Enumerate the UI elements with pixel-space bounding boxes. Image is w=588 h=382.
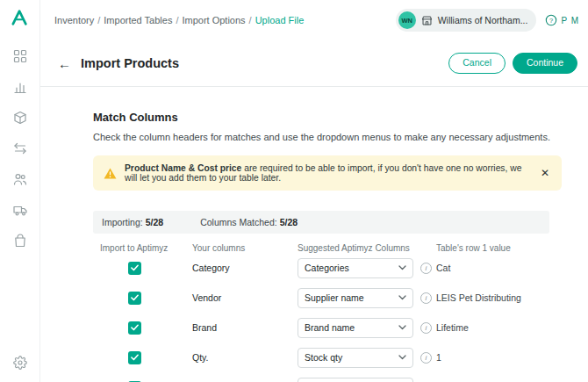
suggested-select-value: Brand name — [305, 322, 355, 333]
table-row: Qty. Stock qty i 1 — [93, 342, 549, 372]
importing-stat: Importing:5/28 — [102, 217, 163, 227]
user-initials: P M — [561, 16, 579, 25]
user-menu[interactable]: ? P M — [545, 14, 579, 26]
row1-value: 1 — [436, 352, 549, 363]
chevron-down-icon — [398, 265, 406, 270]
warning-text: Product Name & Cost price are required t… — [125, 163, 531, 183]
products-package-icon[interactable] — [13, 111, 27, 125]
warning-triangle-icon — [104, 168, 117, 179]
info-icon[interactable]: i — [420, 352, 432, 364]
breadcrumb-item[interactable]: Inventory — [54, 15, 94, 25]
deliveries-truck-icon[interactable] — [13, 203, 27, 217]
warning-banner: Product Name & Cost price are required t… — [93, 155, 562, 191]
customers-users-icon[interactable] — [13, 172, 27, 186]
col-header-suggested: Suggested Aptimyz Columns — [298, 243, 420, 253]
import-checkbox[interactable] — [128, 292, 141, 305]
close-icon[interactable]: ✕ — [539, 167, 551, 179]
your-column-label: Vendor — [192, 292, 298, 303]
page-header: ← Import Products Cancel Continue — [40, 40, 588, 86]
suggested-column-select[interactable]: Stock qty — [298, 348, 413, 368]
chevron-down-icon — [398, 295, 406, 300]
breadcrumb: Inventory/Imported Tables/Import Options… — [54, 15, 304, 25]
breadcrumb-separator: / — [97, 15, 100, 25]
row1-value: LEIS Pet Distributing — [436, 292, 549, 303]
import-checkbox[interactable] — [128, 321, 141, 335]
your-column-label: Brand — [192, 322, 298, 333]
reports-chart-icon[interactable] — [13, 80, 27, 94]
col-header-your-columns: Your columns — [192, 243, 298, 253]
table-row: Category Categories i Cat — [93, 253, 549, 283]
suggested-column-select[interactable]: Supplier name — [298, 288, 413, 308]
chevron-down-icon — [398, 325, 406, 330]
your-column-label: Category — [192, 263, 298, 273]
col-header-row1-value: Table's row 1 value — [436, 243, 549, 253]
your-column-label: Qty. — [192, 352, 298, 363]
store-switcher[interactable]: WN Williams of Northam... — [396, 9, 537, 32]
info-icon[interactable]: i — [420, 263, 432, 274]
suggested-column-select[interactable]: Retail price — [298, 378, 413, 382]
table-row: Price Retail price i £6.99 — [93, 372, 549, 382]
breadcrumb-separator: / — [249, 15, 252, 25]
section-title: Match Columns — [93, 111, 562, 124]
breadcrumb-separator: / — [176, 15, 178, 25]
section-description: Check the column headers for matches and… — [93, 132, 562, 142]
transfers-arrows-icon[interactable] — [13, 141, 27, 155]
import-checkbox[interactable] — [128, 351, 141, 364]
topbar: Inventory/Imported Tables/Import Options… — [40, 0, 588, 40]
info-icon[interactable]: i — [420, 292, 432, 304]
continue-button[interactable]: Continue — [513, 53, 577, 74]
store-name: Williams of Northam... — [438, 15, 528, 25]
column-headers: Import to Aptimyz Your columns Suggested… — [93, 243, 549, 253]
back-arrow-icon[interactable]: ← — [58, 57, 71, 70]
page-title: Import Products — [81, 56, 179, 70]
sidebar — [0, 0, 40, 382]
app-window: Inventory/Imported Tables/Import Options… — [0, 0, 588, 382]
match-columns-section: Match Columns Check the column headers f… — [40, 87, 588, 382]
orders-bag-icon[interactable] — [13, 234, 27, 248]
suggested-select-value: Supplier name — [305, 292, 364, 303]
row1-value: Cat — [436, 263, 549, 273]
row1-value: Lifetime — [436, 322, 549, 333]
table-row: Vendor Supplier name i LEIS Pet Distribu… — [93, 283, 549, 313]
store-icon — [421, 15, 433, 26]
chevron-down-icon — [398, 355, 406, 360]
dashboard-grid-icon[interactable] — [13, 49, 27, 63]
table-row: Brand Brand name i Lifetime — [93, 313, 549, 342]
col-header-import: Import to Aptimyz — [100, 243, 192, 253]
settings-gear-icon[interactable] — [13, 356, 27, 370]
breadcrumb-item[interactable]: Import Options — [182, 15, 245, 25]
match-rows: Category Categories i Cat Vendor Supplie… — [93, 253, 549, 382]
svg-text:?: ? — [549, 17, 553, 25]
breadcrumb-item[interactable]: Imported Tables — [104, 15, 172, 25]
app-logo-icon — [11, 9, 30, 28]
store-avatar: WN — [398, 11, 416, 29]
cancel-button[interactable]: Cancel — [448, 53, 506, 74]
columns-matched-stat: Columns Matched:5/28 — [200, 217, 298, 227]
suggested-select-value: Stock qty — [305, 352, 342, 363]
suggested-select-value: Categories — [305, 263, 349, 273]
import-checkbox[interactable] — [128, 262, 141, 275]
breadcrumb-item[interactable]: Upload File — [255, 15, 305, 25]
sidebar-nav — [13, 49, 27, 248]
stats-bar: Importing:5/28 Columns Matched:5/28 — [93, 211, 549, 234]
suggested-column-select[interactable]: Brand name — [298, 318, 413, 338]
suggested-column-select[interactable]: Categories — [298, 258, 413, 278]
help-icon[interactable]: ? — [545, 14, 557, 26]
match-table: Importing:5/28 Columns Matched:5/28 Impo… — [93, 211, 549, 382]
info-icon[interactable]: i — [420, 322, 432, 334]
